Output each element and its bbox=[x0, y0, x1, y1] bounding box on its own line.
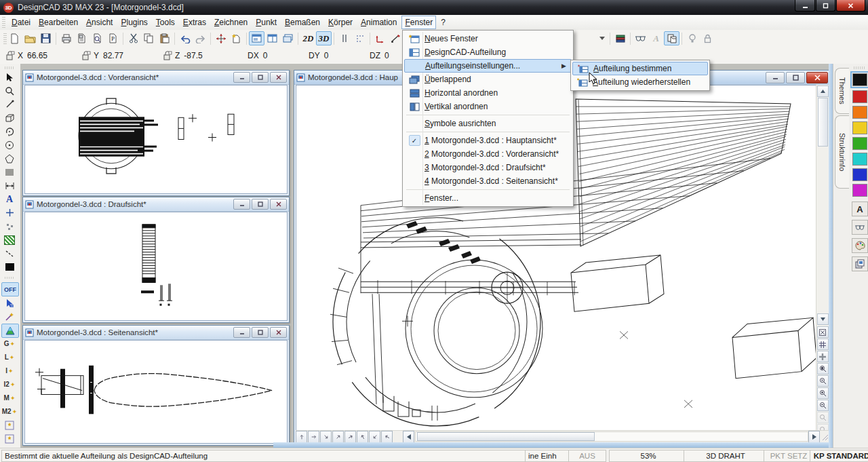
menu-item-window-3-draufsicht[interactable]: 3 Motorgondel-3.dcd : Draufsicht* bbox=[404, 161, 572, 174]
menu-item-window-1-hauptansicht[interactable]: ✓ 1 Motorgondel-3.dcd : Hauptansicht* bbox=[404, 134, 572, 147]
color-swatch-orange[interactable] bbox=[852, 106, 867, 119]
status-kp-standard[interactable]: KP STANDARD bbox=[810, 450, 868, 462]
menu-punkt[interactable]: Punkt bbox=[252, 16, 280, 29]
zoom-tool[interactable] bbox=[1, 84, 18, 97]
snap-grid2-button[interactable] bbox=[1, 432, 18, 445]
draufsicht-minimize-button[interactable] bbox=[233, 199, 250, 210]
hatch-tool[interactable] bbox=[1, 233, 18, 246]
mode-3d-button[interactable]: 3D bbox=[316, 31, 332, 45]
snap-intersect-button[interactable]: I✦ bbox=[1, 364, 18, 377]
vscroll-thumb[interactable] bbox=[818, 98, 828, 147]
menu-item-window-2-vorderansicht[interactable]: 2 Motorgondel-3.dcd : Vorderansicht* bbox=[404, 147, 572, 161]
pause-redraw-button[interactable] bbox=[336, 31, 352, 45]
zoom-extents-button[interactable] bbox=[817, 363, 829, 374]
viewport-cascade-button[interactable] bbox=[280, 31, 296, 45]
dimension-tool[interactable] bbox=[1, 179, 18, 192]
snap-gravity-button[interactable]: G✦ bbox=[1, 337, 18, 350]
material-palette-button[interactable] bbox=[852, 238, 868, 253]
seitenansicht-canvas[interactable] bbox=[24, 340, 288, 444]
print-preview-button[interactable] bbox=[90, 31, 105, 45]
view-iso2-button[interactable] bbox=[332, 431, 344, 443]
status-units[interactable]: ine Einh bbox=[525, 450, 572, 462]
view-iso6-button[interactable] bbox=[381, 431, 393, 443]
hscroll-left-button[interactable] bbox=[403, 431, 414, 443]
view-iso4-button[interactable] bbox=[357, 431, 368, 443]
rotate-tool[interactable] bbox=[1, 125, 18, 138]
circle-tool[interactable] bbox=[1, 138, 18, 151]
point-tool[interactable] bbox=[1, 206, 18, 219]
vorderansicht-minimize-button[interactable] bbox=[233, 72, 250, 83]
move-tool-button[interactable] bbox=[213, 31, 229, 45]
snap-midpoint-button[interactable]: M✦ bbox=[1, 391, 18, 404]
shading-tool[interactable] bbox=[1, 324, 19, 338]
coord-dy-value[interactable]: 0 bbox=[324, 51, 329, 60]
hscroll-thumb[interactable] bbox=[417, 432, 595, 441]
page-options-button[interactable]: P bbox=[105, 31, 121, 45]
vorderansicht-titlebar[interactable]: Motorgondel-3.dcd : Vorderansicht* bbox=[23, 71, 289, 85]
color-swatch-magenta[interactable] bbox=[852, 184, 867, 197]
color-swatch-red[interactable] bbox=[852, 90, 867, 103]
menu-bearbeiten[interactable]: Bearbeiten bbox=[35, 16, 81, 29]
line-angle-button[interactable] bbox=[388, 31, 403, 45]
menu-animation[interactable]: Animation bbox=[357, 16, 400, 29]
color-swatch-green[interactable] bbox=[852, 137, 867, 150]
palette-grip-2[interactable] bbox=[1, 275, 18, 280]
color-current-swatch[interactable] bbox=[1, 261, 18, 273]
plane-fill-tool[interactable] bbox=[1, 166, 18, 178]
lock-button[interactable] bbox=[700, 31, 715, 45]
snap-intersect2-button[interactable]: I2✦ bbox=[1, 378, 18, 391]
save-button[interactable] bbox=[38, 31, 54, 45]
zoom-in-button[interactable] bbox=[817, 387, 829, 399]
redo-button[interactable] bbox=[193, 31, 208, 45]
undo-button[interactable] bbox=[177, 31, 193, 45]
seitenansicht-titlebar[interactable]: Motorgondel-3.dcd : Seitenansicht* bbox=[23, 326, 289, 340]
zoom-select-button[interactable] bbox=[817, 375, 829, 387]
coord-z-value[interactable]: -87.5 bbox=[184, 51, 202, 60]
color-swatch-cyan[interactable] bbox=[852, 153, 867, 166]
view-mode-button[interactable] bbox=[852, 220, 868, 235]
menu-item-vertikal-anordnen[interactable]: Vertikal anordnen bbox=[404, 100, 572, 113]
view-right-button[interactable] bbox=[308, 431, 319, 443]
text-style-button[interactable]: A bbox=[852, 201, 868, 216]
menu-item-fenster-dialog[interactable]: Fenster... bbox=[404, 191, 572, 205]
box-3d-tool[interactable] bbox=[1, 111, 18, 124]
linestyle-tool[interactable] bbox=[1, 247, 18, 260]
menu-item-window-4-seitenansicht[interactable]: 4 Motorgondel-3.dcd : Seitenansicht* bbox=[404, 174, 572, 188]
pan-button[interactable] bbox=[817, 351, 829, 362]
menu-item-aufteilungseinstellungen[interactable]: Aufteilungseinstellungen... ▶ bbox=[404, 59, 572, 73]
tab-themes[interactable]: Themes bbox=[835, 68, 849, 114]
color-swatch-black[interactable] bbox=[852, 73, 867, 86]
view-iso1-button[interactable] bbox=[320, 431, 332, 443]
cut-button[interactable] bbox=[125, 31, 141, 45]
vscroll-track[interactable] bbox=[816, 147, 829, 313]
line-tool[interactable] bbox=[1, 98, 18, 111]
tab-strukturinfo[interactable]: Strukturinfo bbox=[835, 115, 849, 189]
view-iso5-button[interactable] bbox=[369, 431, 380, 443]
hscroll-track[interactable] bbox=[415, 431, 808, 442]
menu-tools[interactable]: Tools bbox=[153, 16, 178, 29]
menu-ansicht[interactable]: Ansicht bbox=[83, 16, 116, 29]
app-minimize-button[interactable] bbox=[795, 0, 815, 12]
menu-help[interactable]: ? bbox=[437, 16, 449, 29]
window-vorderansicht[interactable]: Motorgondel-3.dcd : Vorderansicht* bbox=[22, 70, 290, 196]
menubar-grip[interactable] bbox=[2, 17, 5, 28]
view-up-button[interactable] bbox=[296, 431, 307, 443]
seitenansicht-restore-button[interactable] bbox=[252, 327, 269, 338]
menu-plugins[interactable]: Plugins bbox=[117, 16, 151, 29]
draufsicht-close-button[interactable] bbox=[270, 199, 287, 210]
menu-extras[interactable]: Extras bbox=[180, 16, 210, 29]
copy-attributes-button[interactable] bbox=[664, 31, 679, 45]
select-entity-tool[interactable] bbox=[1, 296, 18, 309]
lightbulb-button[interactable] bbox=[684, 31, 700, 45]
polygon-tool[interactable] bbox=[1, 152, 18, 165]
magic-wand-tool[interactable] bbox=[1, 310, 18, 323]
mode-2d-button[interactable]: 2D bbox=[300, 31, 316, 45]
view-glasses-button[interactable] bbox=[633, 31, 648, 45]
color-swatch-yellow[interactable] bbox=[852, 121, 867, 134]
coord-x-value[interactable]: 66.65 bbox=[27, 51, 47, 60]
layers-button[interactable] bbox=[612, 31, 628, 45]
palette-grip[interactable] bbox=[1, 65, 18, 71]
vorderansicht-restore-button[interactable] bbox=[252, 72, 269, 83]
combo-dropdown-button[interactable] bbox=[597, 31, 608, 45]
seitenansicht-minimize-button[interactable] bbox=[233, 327, 250, 338]
